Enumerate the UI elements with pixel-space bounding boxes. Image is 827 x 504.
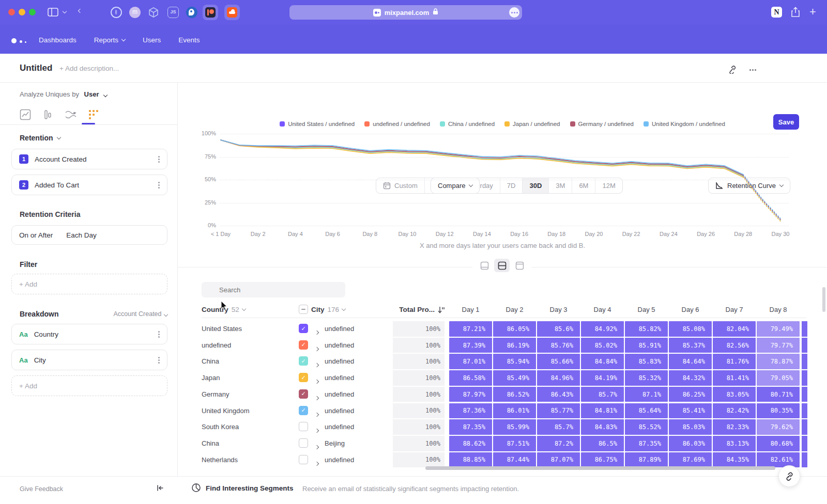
add-filter-button[interactable]: + Add bbox=[11, 274, 167, 294]
breakdown-card-city[interactable]: Aa City bbox=[11, 350, 167, 370]
row-checkbox[interactable] bbox=[299, 422, 308, 431]
retention-cell[interactable]: 87.35% bbox=[449, 419, 492, 435]
expand-row-chevron-icon[interactable] bbox=[315, 442, 318, 451]
retention-cell[interactable]: 82.42% bbox=[713, 403, 756, 419]
retention-cell[interactable]: 85.03% bbox=[669, 419, 712, 435]
more-options-icon[interactable] bbox=[752, 69, 754, 71]
retention-cell[interactable]: 85.91% bbox=[625, 338, 668, 353]
column-header-day-8[interactable]: Day 8 bbox=[757, 306, 800, 313]
select-all-checkbox[interactable] bbox=[299, 305, 308, 314]
row-checkbox[interactable] bbox=[299, 455, 308, 464]
row-checkbox[interactable]: ✓ bbox=[299, 324, 308, 333]
retention-cell[interactable]: 79.62% bbox=[757, 419, 800, 435]
retention-cell[interactable]: 84.84% bbox=[581, 354, 624, 369]
step-card-added-to-cart[interactable]: 2 Added To Cart bbox=[11, 175, 167, 195]
legend-item[interactable]: United States / undefined bbox=[280, 121, 355, 127]
vertical-scrollbar[interactable] bbox=[822, 287, 825, 312]
close-window-button[interactable] bbox=[8, 9, 15, 15]
column-header-day-5[interactable]: Day 5 bbox=[625, 306, 668, 313]
retention-cell[interactable]: 85.41% bbox=[669, 403, 712, 419]
retention-cell[interactable]: 85.02% bbox=[581, 338, 624, 353]
column-header-day-6[interactable]: Day 6 bbox=[669, 306, 712, 313]
criteria-interval-selector[interactable]: Each Day bbox=[66, 231, 97, 239]
retention-cell[interactable]: 84.83% bbox=[581, 419, 624, 435]
row-checkbox[interactable]: ✓ bbox=[299, 406, 308, 415]
retention-cell[interactable]: 87.39% bbox=[449, 338, 492, 353]
expand-row-chevron-icon[interactable] bbox=[315, 392, 318, 402]
retention-cell[interactable]: 87.36% bbox=[449, 403, 492, 419]
legend-item[interactable]: China / undefined bbox=[440, 121, 495, 127]
legend-item[interactable]: Germany / undefined bbox=[570, 121, 634, 127]
retention-cell[interactable]: 81.76% bbox=[713, 354, 756, 369]
legend-item[interactable]: undefined / undefined bbox=[364, 121, 430, 127]
retention-cell[interactable]: 86.43% bbox=[537, 387, 580, 402]
retention-cell[interactable]: 85.94% bbox=[493, 354, 536, 369]
retention-cell[interactable]: 87.97% bbox=[449, 387, 492, 402]
retention-cell[interactable]: 87.2% bbox=[537, 436, 580, 451]
notion-tab-icon[interactable]: N bbox=[771, 7, 782, 18]
column-header-day-1[interactable]: Day 1 bbox=[449, 306, 492, 313]
cube-extension-icon[interactable] bbox=[148, 7, 159, 20]
column-header-total[interactable]: Total Pro... bbox=[388, 306, 445, 313]
retention-cell[interactable]: 84.96% bbox=[537, 370, 580, 386]
retention-cell[interactable]: 86.75% bbox=[581, 452, 624, 468]
zoom-window-button[interactable] bbox=[29, 9, 36, 15]
retention-cell[interactable]: 82.33% bbox=[713, 419, 756, 435]
legend-item[interactable]: Japan / undefined bbox=[504, 121, 560, 127]
retention-cell[interactable]: 86.05% bbox=[493, 321, 536, 337]
legend-item[interactable]: United Kingdom / undefined bbox=[644, 121, 725, 127]
retention-cell[interactable]: 83.05% bbox=[713, 387, 756, 402]
row-checkbox[interactable]: ✓ bbox=[299, 356, 308, 366]
expand-row-chevron-icon[interactable] bbox=[315, 425, 318, 434]
back-icon[interactable] bbox=[78, 9, 82, 13]
retention-cell[interactable]: 85.7% bbox=[581, 387, 624, 402]
give-feedback-link[interactable]: Give Feedback bbox=[20, 485, 63, 493]
retention-cell[interactable]: 86.52% bbox=[493, 387, 536, 402]
retention-cell[interactable]: 85.66% bbox=[537, 354, 580, 369]
retention-cell[interactable]: 88.62% bbox=[449, 436, 492, 451]
retention-cell[interactable]: 84.19% bbox=[581, 370, 624, 386]
nav-item-events[interactable]: Events bbox=[178, 36, 200, 44]
column-header-day-3[interactable]: Day 3 bbox=[537, 306, 580, 313]
row-checkbox[interactable]: ✓ bbox=[299, 373, 308, 382]
retention-cell[interactable]: 86.03% bbox=[669, 436, 712, 451]
retention-cell[interactable]: 85.83% bbox=[625, 354, 668, 369]
address-bar[interactable]: mixpanel.com bbox=[289, 5, 522, 20]
retention-cell[interactable]: 85.7% bbox=[537, 419, 580, 435]
row-checkbox[interactable] bbox=[299, 438, 308, 448]
retention-cell[interactable]: 80.71% bbox=[757, 387, 800, 402]
retention-cell[interactable]: 79.49% bbox=[757, 321, 800, 337]
retention-cell[interactable]: 87.21% bbox=[449, 321, 492, 337]
layout-chart-only-icon[interactable] bbox=[477, 259, 492, 272]
expand-row-chevron-icon[interactable] bbox=[315, 359, 318, 369]
retention-criteria-card[interactable]: On or After Each Day bbox=[11, 225, 167, 245]
retention-cell[interactable]: 84.35% bbox=[713, 452, 756, 468]
retention-cell[interactable]: 87.44% bbox=[493, 452, 536, 468]
retention-cell[interactable]: 80.35% bbox=[757, 403, 800, 419]
retention-cell[interactable]: 86.19% bbox=[493, 338, 536, 353]
retention-cell[interactable]: 87.1% bbox=[625, 387, 668, 402]
column-header-day-7[interactable]: Day 7 bbox=[713, 306, 756, 313]
collapse-sidebar-icon[interactable] bbox=[156, 484, 164, 494]
retention-section-header[interactable]: Retention bbox=[20, 134, 60, 142]
retention-cell[interactable]: 79.77% bbox=[757, 338, 800, 353]
retention-cell[interactable]: 87.01% bbox=[449, 354, 492, 369]
new-tab-icon[interactable]: + bbox=[809, 5, 816, 19]
expand-row-chevron-icon[interactable] bbox=[315, 327, 318, 336]
retention-cell[interactable]: 84.64% bbox=[669, 354, 712, 369]
javascript-extension-icon[interactable]: JS bbox=[167, 7, 179, 18]
soundcloud-extension-icon[interactable] bbox=[224, 5, 240, 20]
breakdown-card-country[interactable]: Aa Country bbox=[11, 324, 167, 344]
retention-cell[interactable]: 86.01% bbox=[493, 403, 536, 419]
retention-cell[interactable]: 84.92% bbox=[581, 321, 624, 337]
find-segments-link[interactable]: Find Interesting Segments bbox=[206, 484, 294, 492]
retention-line-chart[interactable] bbox=[220, 130, 791, 233]
retention-cell[interactable]: 85.6% bbox=[537, 321, 580, 337]
retention-cell[interactable]: 85.32% bbox=[625, 370, 668, 386]
retention-cell[interactable]: 85.82% bbox=[625, 321, 668, 337]
table-search-input[interactable] bbox=[202, 282, 345, 297]
nav-item-reports[interactable]: Reports bbox=[94, 36, 125, 44]
tab-retention-icon[interactable] bbox=[83, 106, 104, 123]
retention-cell[interactable]: 85.64% bbox=[625, 403, 668, 419]
add-breakdown-button[interactable]: + Add bbox=[11, 375, 167, 396]
